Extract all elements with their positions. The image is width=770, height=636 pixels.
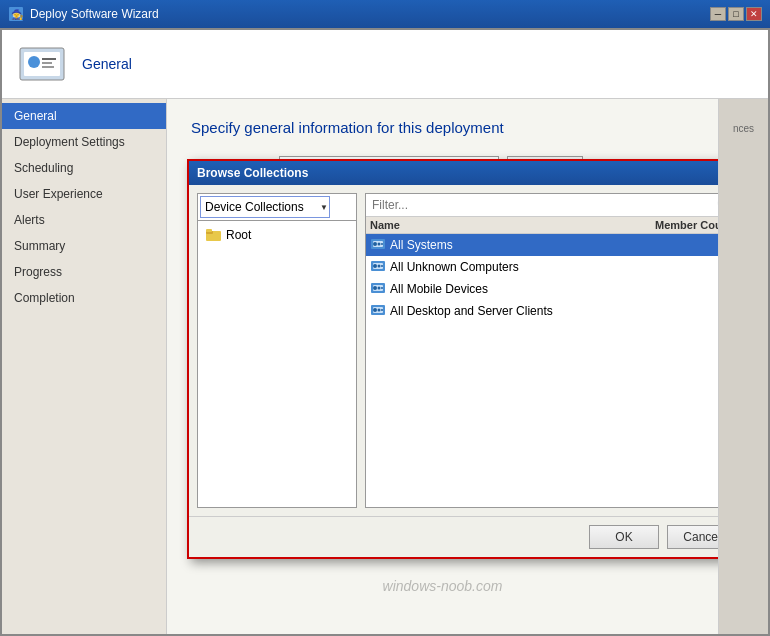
dialog-title-text: Browse Collections: [197, 166, 308, 180]
svg-rect-10: [206, 229, 212, 232]
sidebar-item-general[interactable]: General: [2, 103, 166, 129]
list-item-name: All Systems: [370, 237, 648, 253]
maximize-button[interactable]: □: [728, 7, 744, 21]
dialog-list-panel: 🔍 Name Member Count: [365, 193, 718, 508]
filter-bar: 🔍: [366, 194, 718, 217]
wizard-sidebar: General Deployment Settings Scheduling U…: [2, 99, 167, 634]
title-bar-text: Deploy Software Wizard: [30, 7, 159, 21]
list-header: Name Member Count: [366, 217, 718, 234]
collection-type-dropdown[interactable]: Device Collections User Collections: [200, 196, 330, 218]
minimize-button[interactable]: ─: [710, 7, 726, 21]
sidebar-item-user-experience[interactable]: User Experience: [2, 181, 166, 207]
sidebar-item-deployment-settings[interactable]: Deployment Settings: [2, 129, 166, 155]
list-item-count: 2: [652, 260, 718, 274]
list-content[interactable]: All Systems 4: [366, 234, 718, 507]
dialog-tree-panel: Device Collections User Collections ▼: [197, 193, 357, 508]
svg-point-20: [381, 265, 383, 267]
browse-collections-dialog: Browse Collections ✕ Device Collections …: [187, 159, 718, 559]
svg-point-29: [378, 309, 381, 312]
name-column-header: Name: [370, 219, 652, 231]
sidebar-item-summary[interactable]: Summary: [2, 233, 166, 259]
content-title: Specify general information for this dep…: [191, 119, 694, 136]
dropdown-wrapper: Device Collections User Collections ▼: [200, 196, 330, 218]
wizard-body: General Deployment Settings Scheduling U…: [2, 99, 768, 634]
svg-rect-5: [42, 58, 56, 60]
dialog-tree-content[interactable]: Root: [198, 221, 356, 507]
collection-icon: [370, 303, 386, 319]
svg-point-30: [381, 309, 383, 311]
dialog-footer: OK Cancel: [189, 516, 718, 557]
list-item[interactable]: All Mobile Devices 0: [366, 278, 718, 300]
collection-icon: [370, 237, 386, 253]
list-item[interactable]: All Desktop and Server Clients 2: [366, 300, 718, 322]
list-item-name: All Mobile Devices: [370, 281, 648, 297]
wizard-header: General: [2, 30, 768, 99]
wizard-header-title: General: [82, 56, 132, 72]
sidebar-item-scheduling[interactable]: Scheduling: [2, 155, 166, 181]
list-item[interactable]: All Systems 4: [366, 234, 718, 256]
dialog-title-bar: Browse Collections ✕: [189, 161, 718, 185]
svg-point-14: [378, 243, 381, 246]
svg-point-28: [373, 308, 377, 312]
list-item[interactable]: All Unknown Computers 2: [366, 256, 718, 278]
svg-rect-7: [42, 66, 54, 68]
svg-point-18: [373, 264, 377, 268]
svg-point-4: [28, 56, 40, 68]
svg-point-25: [381, 287, 383, 289]
right-panel-text: nces: [719, 119, 768, 138]
tree-item-root[interactable]: Root: [202, 225, 352, 245]
title-bar-controls: ─ □ ✕: [710, 7, 762, 21]
list-item-name: All Unknown Computers: [370, 259, 648, 275]
wizard-content: Specify general information for this dep…: [167, 99, 718, 634]
close-button[interactable]: ✕: [746, 7, 762, 21]
wizard-header-icon: [18, 40, 66, 88]
svg-point-13: [373, 242, 377, 246]
svg-text:🧙: 🧙: [11, 8, 24, 21]
folder-icon: [206, 227, 222, 243]
svg-rect-6: [42, 62, 52, 64]
list-item-count: 0: [652, 282, 718, 296]
list-item-count: 4: [652, 238, 718, 252]
filter-input[interactable]: [370, 196, 717, 214]
svg-point-23: [373, 286, 377, 290]
title-bar-left: 🧙 Deploy Software Wizard: [8, 6, 159, 22]
cancel-button[interactable]: Cancel: [667, 525, 718, 549]
ok-button[interactable]: OK: [589, 525, 659, 549]
list-item-name: All Desktop and Server Clients: [370, 303, 648, 319]
dialog-body: Device Collections User Collections ▼: [189, 185, 718, 516]
list-item-count: 2: [652, 304, 718, 318]
svg-point-19: [378, 265, 381, 268]
sidebar-item-alerts[interactable]: Alerts: [2, 207, 166, 233]
wizard-icon: 🧙: [8, 6, 24, 22]
member-count-column-header: Member Count: [652, 219, 718, 231]
right-panel: nces: [718, 99, 768, 634]
collection-icon: [370, 259, 386, 275]
tree-item-root-label: Root: [226, 228, 251, 242]
svg-point-15: [381, 243, 383, 245]
sidebar-item-completion[interactable]: Completion: [2, 285, 166, 311]
watermark: windows-noob.com: [383, 578, 503, 594]
title-bar: 🧙 Deploy Software Wizard ─ □ ✕: [0, 0, 770, 28]
wizard-window: General General Deployment Settings Sche…: [0, 28, 770, 636]
sidebar-item-progress[interactable]: Progress: [2, 259, 166, 285]
svg-point-24: [378, 287, 381, 290]
collection-icon: [370, 281, 386, 297]
